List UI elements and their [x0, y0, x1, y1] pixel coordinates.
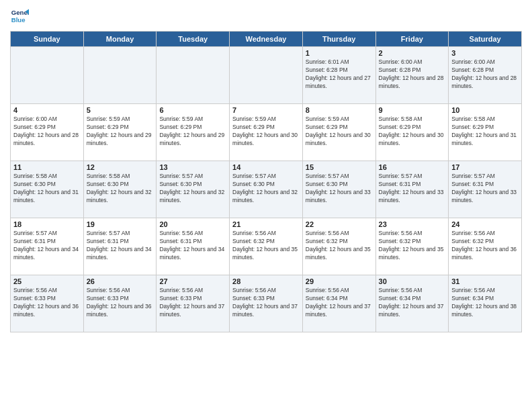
day-info: Sunrise: 5:56 AMSunset: 6:34 PMDaylight:… — [306, 287, 373, 319]
calendar-cell — [230, 47, 303, 104]
day-header-thursday: Thursday — [302, 32, 375, 47]
svg-text:General: General — [11, 9, 29, 16]
day-info: Sunrise: 6:01 AMSunset: 6:28 PMDaylight:… — [306, 58, 373, 91]
calendar-cell: 15Sunrise: 5:57 AMSunset: 6:30 PMDayligh… — [302, 161, 375, 218]
day-info: Sunrise: 5:56 AMSunset: 6:34 PMDaylight:… — [451, 287, 519, 319]
day-number: 28 — [232, 277, 300, 285]
day-info: Sunrise: 5:57 AMSunset: 6:31 PMDaylight:… — [87, 230, 154, 262]
day-number: 15 — [306, 163, 373, 171]
day-number: 6 — [159, 106, 226, 114]
day-info: Sunrise: 5:58 AMSunset: 6:29 PMDaylight:… — [379, 116, 446, 148]
logo: General Blue — [10, 7, 32, 26]
day-number: 22 — [306, 220, 373, 228]
calendar-cell: 3Sunrise: 6:00 AMSunset: 6:28 PMDaylight… — [449, 47, 522, 104]
day-header-saturday: Saturday — [449, 32, 522, 47]
calendar-cell: 25Sunrise: 5:56 AMSunset: 6:33 PMDayligh… — [11, 275, 84, 332]
day-number: 9 — [379, 106, 446, 114]
day-info: Sunrise: 5:56 AMSunset: 6:33 PMDaylight:… — [87, 287, 154, 319]
day-info: Sunrise: 6:00 AMSunset: 6:29 PMDaylight:… — [13, 116, 81, 148]
day-header-monday: Monday — [83, 32, 157, 47]
day-number: 3 — [451, 49, 519, 57]
day-header-tuesday: Tuesday — [157, 32, 230, 47]
calendar-cell: 12Sunrise: 5:58 AMSunset: 6:30 PMDayligh… — [83, 161, 157, 218]
day-number: 19 — [87, 220, 154, 228]
calendar-cell: 26Sunrise: 5:56 AMSunset: 6:33 PMDayligh… — [83, 275, 157, 332]
day-info: Sunrise: 5:57 AMSunset: 6:31 PMDaylight:… — [379, 173, 446, 205]
day-info: Sunrise: 5:57 AMSunset: 6:31 PMDaylight:… — [13, 230, 81, 262]
calendar-cell: 18Sunrise: 5:57 AMSunset: 6:31 PMDayligh… — [11, 218, 84, 275]
day-header-friday: Friday — [375, 32, 449, 47]
day-number: 23 — [379, 220, 446, 228]
calendar-cell: 30Sunrise: 5:56 AMSunset: 6:34 PMDayligh… — [375, 275, 449, 332]
day-number: 1 — [306, 49, 373, 57]
calendar-cell: 23Sunrise: 5:56 AMSunset: 6:32 PMDayligh… — [375, 218, 449, 275]
day-info: Sunrise: 5:56 AMSunset: 6:32 PMDaylight:… — [451, 230, 519, 262]
day-info: Sunrise: 5:57 AMSunset: 6:31 PMDaylight:… — [451, 173, 519, 205]
calendar-cell: 24Sunrise: 5:56 AMSunset: 6:32 PMDayligh… — [449, 218, 522, 275]
day-info: Sunrise: 5:58 AMSunset: 6:29 PMDaylight:… — [451, 116, 519, 148]
day-info: Sunrise: 5:57 AMSunset: 6:30 PMDaylight:… — [159, 173, 226, 205]
calendar-body: 1Sunrise: 6:01 AMSunset: 6:28 PMDaylight… — [11, 47, 522, 332]
day-header-sunday: Sunday — [11, 32, 84, 47]
calendar-header: SundayMondayTuesdayWednesdayThursdayFrid… — [11, 32, 522, 47]
day-info: Sunrise: 5:58 AMSunset: 6:30 PMDaylight:… — [87, 173, 154, 205]
day-info: Sunrise: 6:00 AMSunset: 6:28 PMDaylight:… — [451, 58, 519, 91]
day-info: Sunrise: 5:59 AMSunset: 6:29 PMDaylight:… — [306, 116, 373, 148]
day-info: Sunrise: 5:59 AMSunset: 6:29 PMDaylight:… — [87, 116, 154, 148]
calendar-cell: 21Sunrise: 5:56 AMSunset: 6:32 PMDayligh… — [230, 218, 303, 275]
calendar-cell: 28Sunrise: 5:56 AMSunset: 6:33 PMDayligh… — [230, 275, 303, 332]
day-info: Sunrise: 5:56 AMSunset: 6:32 PMDaylight:… — [232, 230, 300, 262]
calendar-cell: 14Sunrise: 5:57 AMSunset: 6:30 PMDayligh… — [230, 161, 303, 218]
calendar-cell: 8Sunrise: 5:59 AMSunset: 6:29 PMDaylight… — [302, 104, 375, 161]
calendar-cell: 16Sunrise: 5:57 AMSunset: 6:31 PMDayligh… — [375, 161, 449, 218]
day-number: 2 — [379, 49, 446, 57]
day-header-wednesday: Wednesday — [230, 32, 303, 47]
calendar-table: SundayMondayTuesdayWednesdayThursdayFrid… — [10, 31, 522, 332]
day-info: Sunrise: 5:56 AMSunset: 6:31 PMDaylight:… — [159, 230, 226, 262]
day-info: Sunrise: 5:59 AMSunset: 6:29 PMDaylight:… — [159, 116, 226, 148]
calendar-cell: 13Sunrise: 5:57 AMSunset: 6:30 PMDayligh… — [157, 161, 230, 218]
day-info: Sunrise: 5:56 AMSunset: 6:34 PMDaylight:… — [379, 287, 446, 319]
calendar-cell: 17Sunrise: 5:57 AMSunset: 6:31 PMDayligh… — [449, 161, 522, 218]
week-row-3: 11Sunrise: 5:58 AMSunset: 6:30 PMDayligh… — [11, 161, 522, 218]
page: General Blue SundayMondayTuesdayWednesda… — [0, 0, 532, 411]
day-info: Sunrise: 5:56 AMSunset: 6:33 PMDaylight:… — [159, 287, 226, 319]
day-number: 12 — [87, 163, 154, 171]
day-number: 30 — [379, 277, 446, 285]
day-number: 21 — [232, 220, 300, 228]
day-number: 17 — [451, 163, 519, 171]
calendar-cell: 29Sunrise: 5:56 AMSunset: 6:34 PMDayligh… — [302, 275, 375, 332]
calendar-cell: 10Sunrise: 5:58 AMSunset: 6:29 PMDayligh… — [449, 104, 522, 161]
svg-text:Blue: Blue — [11, 16, 26, 24]
calendar-cell: 9Sunrise: 5:58 AMSunset: 6:29 PMDaylight… — [375, 104, 449, 161]
week-row-4: 18Sunrise: 5:57 AMSunset: 6:31 PMDayligh… — [11, 218, 522, 275]
day-number: 20 — [159, 220, 226, 228]
logo-icon: General Blue — [10, 7, 29, 26]
day-number: 4 — [13, 106, 81, 114]
day-info: Sunrise: 5:57 AMSunset: 6:30 PMDaylight:… — [306, 173, 373, 205]
week-row-5: 25Sunrise: 5:56 AMSunset: 6:33 PMDayligh… — [11, 275, 522, 332]
calendar-cell: 11Sunrise: 5:58 AMSunset: 6:30 PMDayligh… — [11, 161, 84, 218]
calendar-cell: 2Sunrise: 6:00 AMSunset: 6:28 PMDaylight… — [375, 47, 449, 104]
day-number: 16 — [379, 163, 446, 171]
day-number: 5 — [87, 106, 154, 114]
day-info: Sunrise: 5:58 AMSunset: 6:30 PMDaylight:… — [13, 173, 81, 205]
day-number: 8 — [306, 106, 373, 114]
calendar-cell: 6Sunrise: 5:59 AMSunset: 6:29 PMDaylight… — [157, 104, 230, 161]
calendar-cell: 19Sunrise: 5:57 AMSunset: 6:31 PMDayligh… — [83, 218, 157, 275]
day-number: 18 — [13, 220, 81, 228]
calendar-cell: 7Sunrise: 5:59 AMSunset: 6:29 PMDaylight… — [230, 104, 303, 161]
day-number: 25 — [13, 277, 81, 285]
day-info: Sunrise: 5:57 AMSunset: 6:30 PMDaylight:… — [232, 173, 300, 205]
calendar-cell — [83, 47, 157, 104]
calendar-cell: 20Sunrise: 5:56 AMSunset: 6:31 PMDayligh… — [157, 218, 230, 275]
day-number: 26 — [87, 277, 154, 285]
day-number: 7 — [232, 106, 300, 114]
calendar-cell: 5Sunrise: 5:59 AMSunset: 6:29 PMDaylight… — [83, 104, 157, 161]
day-number: 31 — [451, 277, 519, 285]
calendar-cell — [11, 47, 84, 104]
calendar-cell: 22Sunrise: 5:56 AMSunset: 6:32 PMDayligh… — [302, 218, 375, 275]
day-number: 10 — [451, 106, 519, 114]
calendar-cell: 4Sunrise: 6:00 AMSunset: 6:29 PMDaylight… — [11, 104, 84, 161]
day-number: 27 — [159, 277, 226, 285]
